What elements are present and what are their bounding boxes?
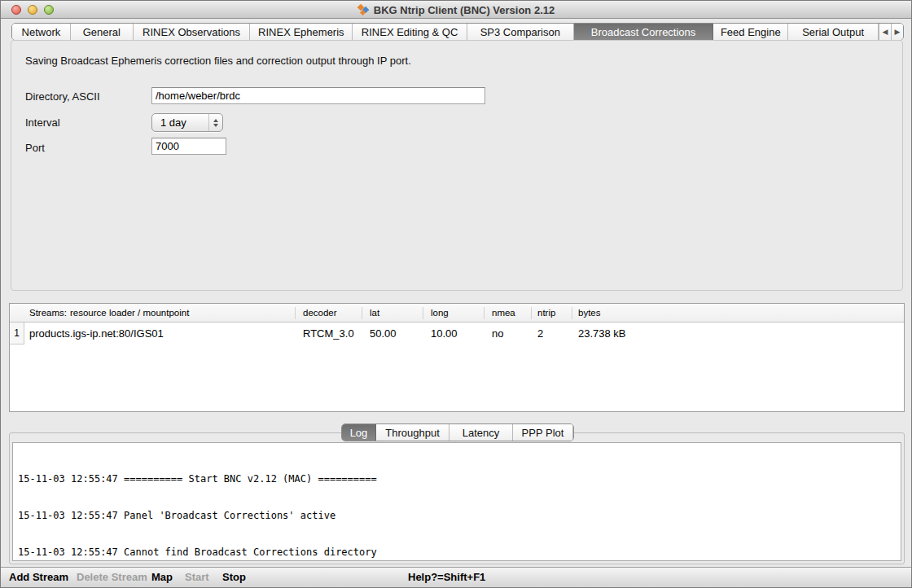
interval-selected-value: 1 day	[152, 116, 208, 129]
cell-bytes: 23.738 kB	[578, 327, 626, 340]
col-lat: lat	[370, 308, 379, 318]
directory-ascii-label: Directory, ASCII	[25, 90, 100, 103]
app-icon	[357, 4, 369, 15]
tab-scroll-left-icon[interactable]: ◀	[879, 24, 891, 40]
main-tab-bar: Network General RINEX Observations RINEX…	[11, 23, 904, 41]
start-button: Start	[185, 571, 209, 583]
tab-latency[interactable]: Latency	[449, 424, 513, 441]
port-input[interactable]	[151, 138, 226, 155]
streams-table[interactable]: Streams: resource loader / mountpoint de…	[9, 303, 905, 412]
help-hint: Help?=Shift+F1	[408, 571, 485, 583]
pane-description: Saving Broadcast Ephemeris correction fi…	[25, 55, 411, 67]
tab-rinex-editing-qc[interactable]: RINEX Editing & QC	[353, 24, 467, 40]
tab-feed-engine[interactable]: Feed Engine	[713, 24, 788, 40]
cell-ntrip: 2	[537, 327, 543, 340]
tab-broadcast-corrections[interactable]: Broadcast Corrections	[574, 24, 714, 40]
log-line: 15-11-03 12:55:47 ========== Start BNC v…	[18, 473, 896, 485]
tab-network[interactable]: Network	[12, 24, 71, 40]
log-line: 15-11-03 12:55:47 Panel 'Broadcast Corre…	[18, 510, 896, 522]
tab-scroll-controls: ◀ ▶	[879, 24, 903, 40]
table-row[interactable]: 1 products.igs-ip.net:80/IGS01 RTCM_3.0 …	[10, 323, 904, 344]
title-bar[interactable]: BKG Ntrip Client (BNC) Version 2.12	[1, 1, 911, 19]
streams-table-header: Streams: resource loader / mountpoint de…	[10, 304, 904, 323]
popup-stepper-icon	[208, 114, 221, 131]
tab-rinex-ephemeris[interactable]: RINEX Ephemeris	[250, 24, 353, 40]
bottom-toolbar: Add Stream Delete Stream Map Start Stop …	[1, 567, 911, 587]
col-ntrip: ntrip	[537, 308, 555, 318]
cell-nmea: no	[492, 327, 503, 340]
streams-label: Streams:	[29, 308, 67, 318]
col-decoder: decoder	[303, 308, 337, 318]
log-line: 15-11-03 12:55:47 Cannot find Broadcast …	[18, 546, 896, 559]
tab-throughput[interactable]: Throughput	[376, 424, 449, 441]
port-label: Port	[25, 142, 45, 154]
map-button[interactable]: Map	[151, 571, 173, 583]
stop-button[interactable]: Stop	[222, 571, 246, 583]
col-bytes: bytes	[578, 308, 601, 318]
col-nmea: nmea	[492, 308, 515, 318]
cell-decoder: RTCM_3.0	[303, 327, 354, 340]
tab-sp3-comparison[interactable]: SP3 Comparison	[467, 24, 574, 40]
log-tab-bar: Log Throughput Latency PPP Plot	[341, 423, 574, 441]
directory-ascii-input[interactable]	[151, 87, 485, 104]
add-stream-button[interactable]: Add Stream	[9, 571, 68, 583]
col-mountpoint: resource loader / mountpoint	[70, 308, 189, 318]
delete-stream-button: Delete Stream	[77, 571, 147, 583]
tab-scroll-right-icon[interactable]: ▶	[891, 24, 903, 40]
cell-lat: 50.00	[370, 327, 397, 340]
cell-long: 10.00	[431, 327, 458, 340]
tab-ppp-plot[interactable]: PPP Plot	[513, 424, 573, 441]
tab-rinex-observations[interactable]: RINEX Observations	[134, 24, 251, 40]
col-long: long	[431, 308, 449, 318]
row-number: 1	[10, 323, 24, 344]
window-title: BKG Ntrip Client (BNC) Version 2.12	[374, 4, 555, 16]
app-window: BKG Ntrip Client (BNC) Version 2.12 Netw…	[0, 0, 912, 588]
tab-log[interactable]: Log	[342, 424, 376, 441]
log-output[interactable]: 15-11-03 12:55:47 ========== Start BNC v…	[12, 442, 901, 561]
tab-serial-output[interactable]: Serial Output	[788, 24, 879, 40]
tab-general[interactable]: General	[71, 24, 134, 40]
window-title-area: BKG Ntrip Client (BNC) Version 2.12	[1, 1, 911, 19]
cell-mountpoint: products.igs-ip.net:80/IGS01	[29, 327, 164, 340]
broadcast-corrections-pane	[11, 40, 903, 291]
interval-select[interactable]: 1 day	[151, 113, 223, 132]
interval-label: Interval	[25, 116, 60, 129]
